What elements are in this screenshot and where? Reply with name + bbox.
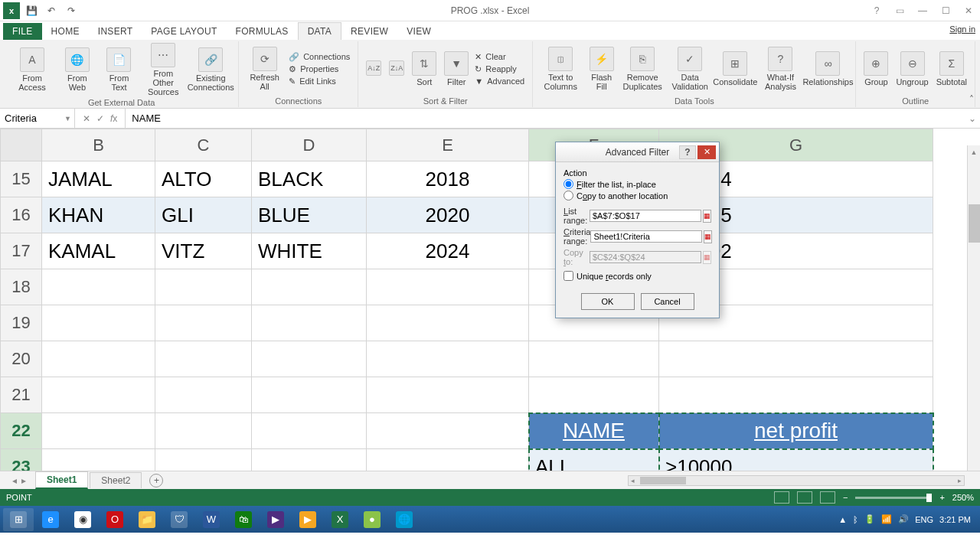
col-header[interactable]: B (42, 129, 155, 161)
cell[interactable]: KHAN (42, 197, 155, 233)
cell[interactable]: GLI (155, 197, 252, 233)
close-icon[interactable]: ✕ (960, 2, 977, 19)
cell[interactable]: WHITE (252, 233, 367, 269)
name-box[interactable]: ▼ (0, 109, 75, 128)
cell[interactable]: 2018 (367, 161, 529, 197)
scroll-thumb[interactable] (969, 204, 980, 243)
redo-icon[interactable]: ↷ (63, 2, 80, 19)
save-icon[interactable]: 💾 (23, 2, 40, 19)
start-button[interactable]: ⊞ (3, 508, 34, 531)
tab-page-layout[interactable]: PAGE LAYOUT (142, 23, 226, 40)
network-icon[interactable]: 📶 (881, 514, 892, 524)
browser-icon[interactable]: 🌐 (389, 508, 420, 531)
data-validation-button[interactable]: ✓Data Validation (667, 45, 713, 93)
security-icon[interactable]: 🛡 (164, 508, 194, 531)
app-icon[interactable]: ▶ (260, 508, 291, 531)
enter-formula-icon[interactable]: ✓ (96, 113, 104, 124)
add-sheet-icon[interactable]: + (149, 474, 163, 487)
expand-formula-icon[interactable]: ⌄ (965, 109, 980, 128)
sheet-prev-icon[interactable]: ◂ (12, 475, 17, 486)
clear-button[interactable]: ✕ Clear (473, 51, 528, 63)
sheet-next-icon[interactable]: ▸ (21, 475, 26, 486)
cell[interactable]: KAMAL (42, 233, 155, 269)
sheet-tab[interactable]: Sheet2 (90, 472, 142, 488)
cell[interactable]: VITZ (155, 233, 252, 269)
zoom-slider[interactable] (855, 497, 932, 499)
dialog-help-icon[interactable]: ? (679, 145, 696, 159)
tab-insert[interactable]: INSERT (89, 23, 142, 40)
unique-records-checkbox[interactable]: Unique records only (564, 271, 711, 281)
criteria-cell[interactable]: >10000 (659, 449, 933, 471)
chrome-icon[interactable]: ◉ (67, 508, 98, 531)
sort-button[interactable]: ⇅Sort (409, 50, 439, 88)
word-icon[interactable]: W (196, 508, 227, 531)
edit-links-button[interactable]: ✎ Edit Links (287, 76, 353, 87)
tab-data[interactable]: DATA (298, 22, 341, 41)
filter-button[interactable]: ▼Filter (441, 50, 472, 88)
ribbon-options-icon[interactable]: ▭ (891, 2, 908, 19)
tab-formulas[interactable]: FORMULAS (227, 23, 298, 40)
flash-fill-button[interactable]: ⚡Flash Fill (585, 45, 618, 93)
copy-location-radio[interactable]: Copy to another location (564, 191, 711, 201)
zoom-out-icon[interactable]: − (843, 493, 848, 502)
sort-az-button[interactable]: A↓Z (363, 59, 384, 79)
tab-view[interactable]: VIEW (397, 23, 440, 40)
page-break-view-icon[interactable] (820, 491, 835, 504)
select-all-corner[interactable] (1, 129, 42, 161)
collapse-ribbon-icon[interactable]: ˄ (969, 94, 974, 105)
normal-view-icon[interactable] (774, 491, 789, 504)
range-picker-icon[interactable]: ▦ (704, 230, 712, 243)
sign-in-link[interactable]: Sign in (949, 24, 975, 34)
from-web-button[interactable]: 🌐From Web (57, 46, 98, 93)
connections-button[interactable]: 🔗 Connections (287, 51, 353, 63)
cell[interactable]: 2024 (367, 233, 529, 269)
spreadsheet-grid[interactable]: B C D E F G 15 JAMAL ALTO BLACK 2018 132… (0, 129, 980, 471)
existing-connections-button[interactable]: 🔗Existing Connections (188, 46, 234, 93)
sort-za-button[interactable]: Z↓A (386, 59, 407, 79)
excel-taskbar-icon[interactable]: X (325, 508, 355, 531)
cell[interactable]: 2020 (367, 197, 529, 233)
zoom-level[interactable]: 250% (952, 493, 974, 502)
tray-expand-icon[interactable]: ▲ (838, 515, 847, 524)
row-header[interactable]: 22 (1, 413, 42, 449)
from-text-button[interactable]: 📄From Text (100, 46, 139, 93)
cell[interactable]: BLACK (252, 161, 367, 197)
cancel-button[interactable]: Cancel (641, 293, 694, 310)
store-icon[interactable]: 🛍 (228, 508, 259, 531)
cell[interactable]: BLUE (252, 197, 367, 233)
sheet-tab[interactable]: Sheet1 (35, 471, 88, 489)
battery-icon[interactable]: 🔋 (864, 514, 875, 524)
row-header[interactable]: 23 (1, 449, 42, 471)
volume-icon[interactable]: 🔊 (898, 514, 909, 524)
cell[interactable]: ALTO (155, 161, 252, 197)
ok-button[interactable]: OK (581, 293, 635, 310)
advanced-button[interactable]: ▼ Advanced (473, 76, 528, 86)
explorer-icon[interactable]: 📁 (132, 508, 162, 531)
ie-icon[interactable]: e (35, 508, 66, 531)
criteria-range-input[interactable] (590, 230, 702, 243)
minimize-icon[interactable]: — (914, 2, 931, 19)
vertical-scrollbar[interactable]: ▲ ▼ (967, 145, 980, 487)
formula-bar[interactable] (126, 109, 965, 128)
language-indicator[interactable]: ENG (915, 515, 933, 524)
ungroup-button[interactable]: ⊖Ungroup (893, 50, 931, 88)
row-header[interactable]: 21 (1, 377, 42, 413)
text-to-columns-button[interactable]: ⎅Text to Columns (537, 45, 583, 93)
name-box-input[interactable] (5, 112, 70, 124)
col-header[interactable]: C (155, 129, 252, 161)
col-header[interactable]: E (367, 129, 529, 161)
relationships-button[interactable]: ∞Relationships (805, 50, 851, 88)
subtotal-button[interactable]: ΣSubtotal (933, 50, 970, 88)
tab-review[interactable]: REVIEW (341, 23, 397, 40)
scroll-up-icon[interactable]: ▲ (968, 145, 980, 158)
formula-input[interactable] (132, 112, 959, 124)
bluetooth-icon[interactable]: ᛒ (853, 515, 858, 524)
criteria-cell[interactable]: ALI (529, 449, 659, 471)
remove-duplicates-button[interactable]: ⎘Remove Duplicates (619, 45, 665, 93)
page-layout-view-icon[interactable] (797, 491, 812, 504)
from-other-button[interactable]: ⋯From Other Sources (140, 41, 186, 98)
filter-inplace-radio[interactable]: Filter the list, in-place (564, 179, 711, 189)
what-if-button[interactable]: ?What-If Analysis (757, 45, 803, 93)
list-range-input[interactable] (590, 210, 701, 222)
row-header[interactable]: 17 (1, 233, 42, 269)
